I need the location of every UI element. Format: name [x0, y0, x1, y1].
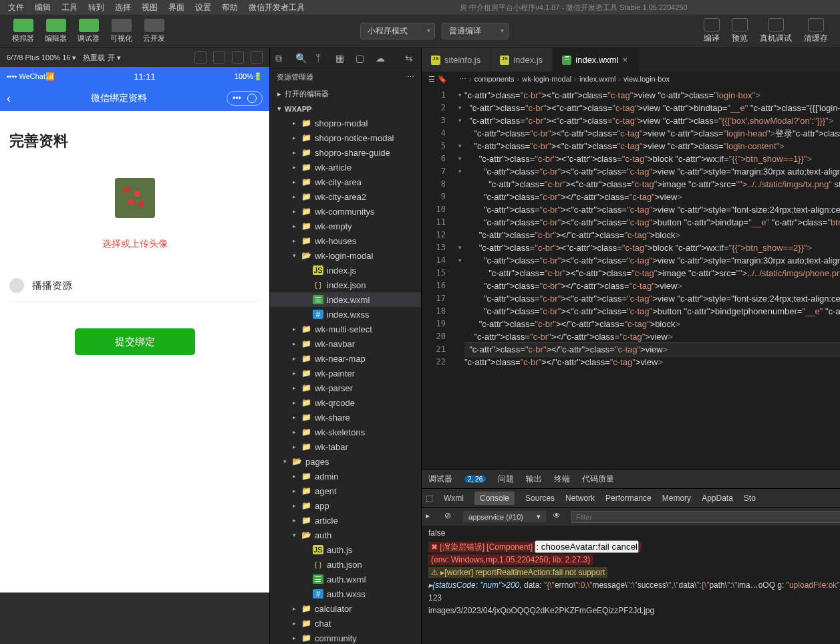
devtool-tab[interactable]: Sto: [744, 494, 756, 503]
debugger-tab[interactable]: 代码质量: [582, 473, 614, 485]
tree-item[interactable]: ▸wk-near-map: [270, 351, 421, 366]
grid-icon[interactable]: ▦: [335, 53, 346, 64]
box-icon[interactable]: ▢: [356, 53, 366, 64]
context-select[interactable]: appservice (#10)▾: [463, 511, 546, 522]
toolbar-button[interactable]: 云开发: [138, 15, 170, 47]
tree-item[interactable]: ▸wk-multi-select: [270, 322, 421, 336]
breadcrumb-item[interactable]: view.login-box: [623, 75, 670, 83]
devtool-tab[interactable]: Memory: [662, 494, 691, 503]
menu-item[interactable]: 设置: [190, 1, 217, 15]
compile-select[interactable]: 普通编译▾: [442, 23, 509, 39]
tree-item[interactable]: ▸wk-communitys: [270, 204, 421, 219]
editor-tab[interactable]: JSsiteinfo.js: [422, 48, 491, 72]
bookmark-icon[interactable]: 🔖: [438, 75, 447, 84]
phone-icon[interactable]: [232, 51, 244, 64]
tree-item[interactable]: #auth.wxss: [270, 586, 421, 601]
breadcrumb-item[interactable]: ⋯: [459, 75, 466, 84]
files-icon[interactable]: ⧉: [275, 53, 286, 64]
swap-icon[interactable]: ⇆: [405, 53, 416, 64]
tree-item[interactable]: ▸calculator: [270, 601, 421, 616]
tree-item[interactable]: ▸wk-houses: [270, 233, 421, 248]
inspect-icon[interactable]: ⬚: [426, 494, 433, 503]
devtool-tab[interactable]: Wxml: [444, 494, 464, 503]
capsule-button[interactable]: •••: [227, 91, 263, 106]
tree-item[interactable]: ▸community: [270, 631, 421, 644]
toolbar-button[interactable]: 预览: [726, 15, 753, 47]
tree-item[interactable]: ▸agent: [270, 484, 421, 498]
menu-item[interactable]: 帮助: [217, 1, 243, 15]
menu-item[interactable]: 工具: [56, 1, 83, 15]
filter-input[interactable]: [571, 511, 840, 523]
open-editors-section[interactable]: ▸打开的编辑器: [270, 86, 421, 102]
tree-item[interactable]: { }index.json: [270, 278, 421, 292]
tree-item[interactable]: ▸shopro-notice-modal: [270, 130, 421, 145]
eye-icon[interactable]: 👁: [553, 511, 565, 523]
menu-item[interactable]: 编辑: [29, 1, 56, 15]
tree-item[interactable]: ▸wk-skeletons: [270, 425, 421, 439]
fold-column[interactable]: ▾▾▾▾▾▾▾▾: [455, 86, 464, 469]
tree-item[interactable]: ☰index.wxml: [270, 292, 421, 307]
tree-item[interactable]: ▸wk-share: [270, 410, 421, 425]
record-icon[interactable]: [213, 51, 225, 64]
tree-item[interactable]: ▾pages: [270, 454, 421, 469]
debugger-tab[interactable]: 终端: [554, 473, 570, 485]
console-output[interactable]: false✖ [渲染层错误] [Component] : chooseAvata…: [422, 526, 840, 644]
toolbar-button[interactable]: 模拟器: [7, 15, 39, 47]
toolbar-button[interactable]: 编辑器: [39, 15, 72, 47]
more-icon[interactable]: ⋯: [407, 73, 414, 82]
tree-item[interactable]: ▸wk-article: [270, 160, 421, 175]
close-icon[interactable]: ×: [623, 55, 629, 65]
tree-item[interactable]: ▸wk-navbar: [270, 336, 421, 351]
debugger-tab[interactable]: 调试器: [428, 473, 452, 485]
devtool-tab[interactable]: Sources: [525, 494, 555, 503]
project-section[interactable]: ▾WXAPP: [270, 102, 421, 116]
search-icon[interactable]: 🔍: [295, 53, 306, 64]
tree-item[interactable]: ▸wk-qrcode: [270, 395, 421, 410]
tree-item[interactable]: ▸wk-painter: [270, 366, 421, 381]
toolbar-button[interactable]: 编译: [698, 15, 725, 47]
refresh-icon[interactable]: [194, 51, 206, 64]
breadcrumb-item[interactable]: wk-login-modal: [522, 75, 571, 83]
toolbar-button[interactable]: 真机调试: [754, 15, 797, 47]
avatar-image[interactable]: [115, 178, 155, 218]
tree-item[interactable]: ▸app: [270, 498, 421, 513]
tree-item[interactable]: ▸shopro-modal: [270, 116, 421, 130]
name-field-row[interactable]: 播播资源: [9, 270, 260, 302]
breadcrumb-item[interactable]: index.wxml: [579, 75, 615, 83]
devtool-tab[interactable]: AppData: [702, 494, 733, 503]
clear-icon[interactable]: ⊘: [444, 511, 456, 523]
editor-tab[interactable]: JSindex.js: [491, 48, 553, 72]
tree-item[interactable]: ▸wk-empty: [270, 219, 421, 233]
play-icon[interactable]: ▸: [426, 511, 438, 523]
tree-item[interactable]: ▸admin: [270, 469, 421, 484]
tree-item[interactable]: ▸wk-parser: [270, 381, 421, 395]
menu-item[interactable]: 微信开发者工具: [243, 1, 310, 15]
gutter-icon[interactable]: ☰: [428, 75, 435, 84]
tree-item[interactable]: JSauth.js: [270, 542, 421, 557]
devtool-tab[interactable]: Console: [474, 492, 515, 505]
tree-item[interactable]: ☰auth.wxml: [270, 572, 421, 586]
menu-item[interactable]: 视图: [136, 1, 163, 15]
menu-item[interactable]: 选择: [110, 1, 136, 15]
tree-item[interactable]: JSindex.js: [270, 263, 421, 278]
tree-item[interactable]: ▸article: [270, 513, 421, 528]
tree-item[interactable]: ▾auth: [270, 528, 421, 542]
mode-select[interactable]: 小程序模式▾: [360, 23, 435, 39]
submit-button[interactable]: 提交绑定: [75, 328, 195, 355]
devtool-tab[interactable]: Network: [565, 494, 595, 503]
menu-item[interactable]: 界面: [163, 1, 190, 15]
debugger-tab[interactable]: 输出: [526, 473, 542, 485]
debugger-tab[interactable]: 问题: [498, 473, 514, 485]
toolbar-button[interactable]: 清缓存: [799, 15, 833, 47]
code-editor[interactable]: "c-attr">class="c-br"><"c-attr">class="c…: [464, 86, 840, 469]
menu-item[interactable]: 转到: [83, 1, 110, 15]
tree-item[interactable]: ▸wk-tabar: [270, 439, 421, 454]
tree-item[interactable]: ▸wk-city-area: [270, 175, 421, 189]
editor-tab[interactable]: ☰index.wxml×: [553, 48, 639, 72]
breadcrumb[interactable]: ☰🔖⋯›components›wk-login-modal›index.wxml…: [422, 72, 840, 86]
avatar-hint[interactable]: 选择或上传头像: [102, 238, 168, 250]
tree-item[interactable]: ▸chat: [270, 616, 421, 631]
tree-item[interactable]: #index.wxss: [270, 307, 421, 322]
cloud-icon[interactable]: ☁: [376, 53, 386, 64]
cut-icon[interactable]: [251, 51, 263, 64]
